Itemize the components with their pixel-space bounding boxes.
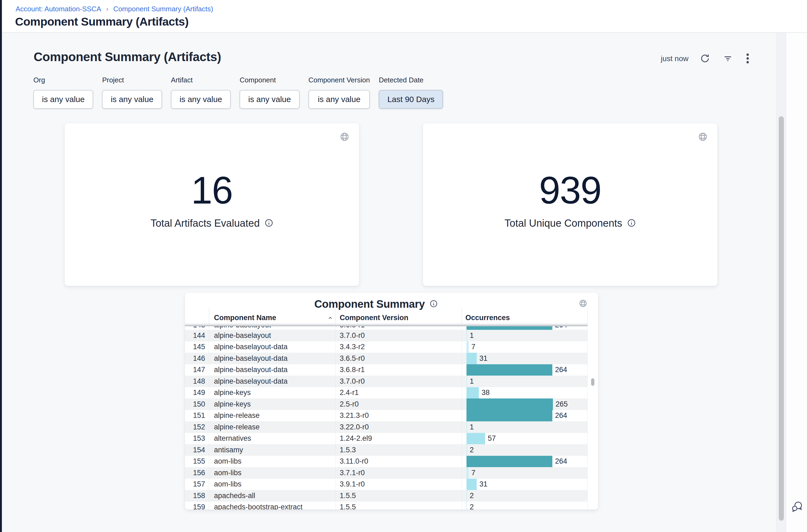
component-version-cell: 1.5.5 <box>336 501 462 510</box>
breadcrumb-page-link[interactable]: Component Summary (Artifacts) <box>113 5 213 13</box>
occurrence-bar[interactable] <box>466 433 485 444</box>
occurrence-bar[interactable] <box>466 330 467 341</box>
table-scrollbar-thumb[interactable] <box>591 378 594 386</box>
column-header-component-name[interactable]: Component Name <box>214 314 276 322</box>
occurrences-cell: 1 <box>462 421 588 433</box>
dashboard-filters-button[interactable] <box>722 53 734 65</box>
component-name-cell: alpine-baselayout <box>209 326 336 330</box>
component-name-cell: antisamy <box>209 444 336 456</box>
occurrence-bar[interactable] <box>466 410 552 422</box>
filter-label: Artifact <box>171 76 231 86</box>
occurrence-value: 2 <box>470 446 474 454</box>
row-number: 146 <box>185 353 209 364</box>
page-scrollbar-thumb[interactable] <box>779 116 784 521</box>
component-name-cell: aom-libs <box>209 467 336 479</box>
component-version-cell: 3.6.5-r0 <box>336 353 462 364</box>
occurrence-bar[interactable] <box>466 479 477 490</box>
occurrence-value: 2 <box>470 492 474 500</box>
occurrence-value: 2 <box>470 503 474 510</box>
component-name-cell: alpine-baselayout-data <box>209 364 336 376</box>
row-number: 157 <box>185 479 209 490</box>
occurrences-cell: 264 <box>462 364 588 376</box>
table-row[interactable]: 152alpine-release3.22.0-r01 <box>185 421 588 433</box>
row-number: 158 <box>185 490 209 501</box>
occurrence-bar[interactable] <box>466 467 469 479</box>
table-row[interactable]: 148alpine-baselayout-data3.7.0-r01 <box>185 376 588 387</box>
occurrence-value: 265 <box>556 400 568 408</box>
row-number: 144 <box>185 330 209 341</box>
sort-ascending-icon[interactable] <box>327 315 333 322</box>
component-version-cell: 1.5.3 <box>336 444 462 456</box>
table-row[interactable]: 151alpine-release3.21.3-r0264 <box>185 410 588 422</box>
table-header-row: Component Name Component Version Occurre… <box>185 311 588 324</box>
table-row[interactable]: 157aom-libs3.9.1-r031 <box>185 479 588 490</box>
partially-scrolled-row: 143alpine-baselayout3.6.8-r1264 <box>185 326 588 330</box>
table-row[interactable]: 147alpine-baselayout-data3.6.8-r1264 <box>185 364 588 376</box>
filter-detected-date: Detected DateLast 90 Days <box>379 76 443 109</box>
table-row[interactable]: 153alternatives1.24-2.el957 <box>185 433 588 444</box>
occurrence-value: 264 <box>555 457 567 466</box>
filter-label: Detected Date <box>379 76 443 86</box>
row-number: 156 <box>185 467 209 479</box>
occurrence-value: 1 <box>470 423 474 431</box>
table-row[interactable]: 154antisamy1.5.32 <box>185 444 588 456</box>
row-number: 149 <box>185 387 209 399</box>
component-name-cell: apacheds-bootstrap-extract <box>209 501 336 510</box>
table-row[interactable]: 145alpine-baselayout-data3.4.3-r27 <box>185 341 588 353</box>
table-row[interactable]: 156aom-libs3.7.1-r07 <box>185 467 588 479</box>
occurrence-bar[interactable] <box>466 444 467 456</box>
table-row[interactable]: 146alpine-baselayout-data3.6.5-r031 <box>185 353 588 364</box>
filter-value-button[interactable]: is any value <box>33 90 93 109</box>
refresh-button[interactable] <box>699 52 711 65</box>
occurrence-bar[interactable] <box>466 421 467 433</box>
occurrence-bar[interactable] <box>466 353 477 364</box>
table-row[interactable]: 150alpine-keys2.5-r0265 <box>185 398 588 410</box>
info-icon[interactable] <box>429 300 438 309</box>
row-number: 152 <box>185 421 209 433</box>
globe-icon[interactable] <box>579 299 587 309</box>
component-version-cell: 3.7.0-r0 <box>336 330 462 341</box>
occurrences-cell: 57 <box>462 433 588 444</box>
component-version-cell: 3.7.1-r0 <box>336 467 462 479</box>
occurrence-bar[interactable] <box>466 376 467 387</box>
occurrence-bar[interactable] <box>466 387 479 399</box>
table-row[interactable]: 143alpine-baselayout3.6.8-r1264 <box>185 326 588 330</box>
occurrences-cell: 2 <box>462 490 588 501</box>
component-name-cell: alpine-keys <box>209 398 336 410</box>
occurrences-cell: 38 <box>462 387 588 399</box>
occurrence-bar[interactable] <box>466 490 467 501</box>
filter-value-button[interactable]: Last 90 Days <box>379 90 443 109</box>
filter-artifact: Artifactis any value <box>171 76 231 109</box>
component-version-cell: 3.6.8-r1 <box>336 326 462 330</box>
filter-value-button[interactable]: is any value <box>171 90 231 109</box>
occurrence-value: 7 <box>471 469 475 477</box>
table-row[interactable]: 144alpine-baselayout3.7.0-r01 <box>185 330 588 341</box>
filter-value-button[interactable]: is any value <box>102 90 162 109</box>
occurrence-bar[interactable] <box>466 456 552 468</box>
occurrence-bar[interactable] <box>466 341 469 353</box>
dashboard-menu-button[interactable] <box>745 52 751 66</box>
info-icon[interactable] <box>265 218 273 228</box>
column-header-component-version[interactable]: Component Version <box>340 314 408 322</box>
info-icon[interactable] <box>627 218 636 228</box>
table-row[interactable]: 149alpine-keys2.4-r138 <box>185 387 588 399</box>
collapsed-sidebar[interactable] <box>0 0 2 532</box>
filter-value-button[interactable]: is any value <box>308 90 370 109</box>
occurrence-bar[interactable] <box>466 398 553 410</box>
table-row[interactable]: 159apacheds-bootstrap-extract1.5.52 <box>185 501 588 510</box>
occurrence-bar[interactable] <box>466 364 552 376</box>
globe-icon[interactable] <box>698 132 708 143</box>
breadcrumb-account-link[interactable]: Account: Automation-SSCA <box>16 5 101 13</box>
globe-icon[interactable] <box>340 132 349 143</box>
occurrence-value: 264 <box>555 366 567 374</box>
table-row[interactable]: 155aom-libs3.11.0-r0264 <box>185 456 588 468</box>
column-header-occurrences[interactable]: Occurrences <box>465 314 510 322</box>
component-name-cell: alpine-keys <box>209 387 336 399</box>
table-row[interactable]: 158apacheds-all1.5.52 <box>185 490 588 501</box>
occurrence-value: 1 <box>470 331 474 340</box>
support-chat-button[interactable] <box>790 500 803 514</box>
occurrence-bar[interactable] <box>466 501 467 510</box>
filter-value-button[interactable]: is any value <box>239 90 299 109</box>
occurrence-bar[interactable] <box>466 326 552 330</box>
chat-bubbles-icon <box>790 510 803 514</box>
